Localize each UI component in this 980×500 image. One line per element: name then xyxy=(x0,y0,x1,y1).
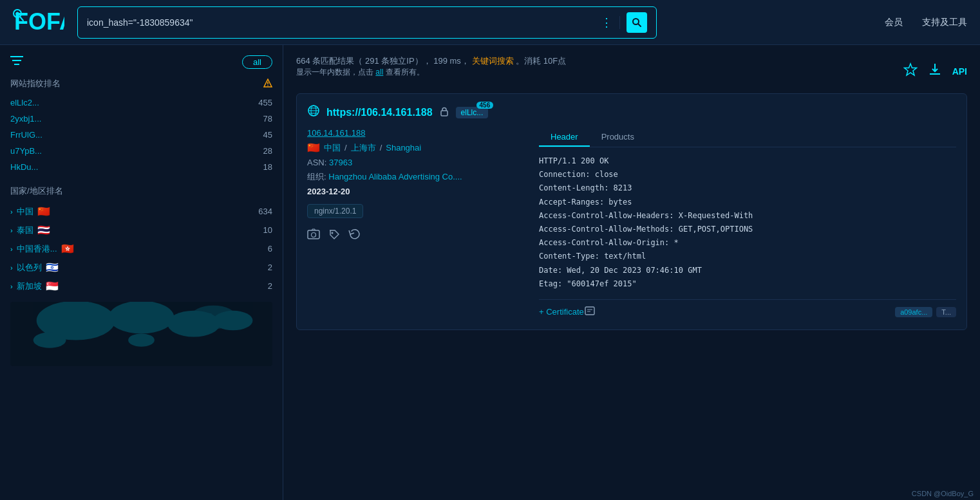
country-item[interactable]: › 中国 🇨🇳 634 xyxy=(10,202,272,221)
fingerprint-filter-icon[interactable] xyxy=(263,79,272,89)
chevron-icon: › xyxy=(10,245,13,253)
fingerprint-item[interactable]: HkDu...18 xyxy=(10,159,272,175)
time-ms: 199 xyxy=(433,56,448,66)
nginx-tag: nginx/1.20.1 xyxy=(307,204,363,218)
tag-label: elLlc... xyxy=(461,108,484,117)
fingerprint-item-count: 78 xyxy=(263,114,272,124)
fingerprint-item[interactable]: 2yxbj1...78 xyxy=(10,111,272,127)
fingerprint-title-label: 网站指纹排名 xyxy=(10,78,61,89)
all-filter-button[interactable]: all xyxy=(242,55,272,69)
cert-tag-1[interactable]: a09afc... xyxy=(895,307,932,317)
header-line: Etag: "600147ef 2015" xyxy=(539,278,956,290)
fingerprint-item-label: 2yxbj1... xyxy=(10,114,41,124)
search-button[interactable] xyxy=(627,12,647,33)
header-content: HTTP/1.1 200 OKConnection: closeContent-… xyxy=(539,155,956,292)
cost: 10F点 xyxy=(543,56,566,66)
nav-support[interactable]: 支持及工具 xyxy=(922,17,967,28)
svg-rect-34 xyxy=(585,307,594,315)
country-item[interactable]: › 新加坡 🇸🇬 2 xyxy=(10,277,272,295)
filter-header: all xyxy=(10,55,272,69)
api-label[interactable]: API xyxy=(952,66,967,77)
country-item[interactable]: › 中国香港... 🇭🇰 6 xyxy=(10,239,272,258)
country-count: 634 xyxy=(258,207,272,216)
header-line: Content-Length: 8213 xyxy=(539,182,956,194)
header-line: Access-Control-Allow-Headers: X-Requeste… xyxy=(539,210,956,222)
cert-tags: a09afc... T... xyxy=(895,307,956,317)
svg-point-20 xyxy=(218,318,220,320)
badge-count: 456 xyxy=(476,102,494,109)
org-label: 组织: xyxy=(307,172,326,181)
cert-icon[interactable] xyxy=(584,305,596,319)
header-line: Date: Wed, 20 Dec 2023 07:46:10 GMT xyxy=(539,264,956,277)
tag-badge[interactable]: elLlc... 456 xyxy=(456,107,489,118)
star-icon[interactable] xyxy=(903,62,918,80)
org-link[interactable]: Hangzhou Alibaba Advertising Co.... xyxy=(328,172,462,181)
country-flag: 🇮🇱 xyxy=(46,261,59,273)
country-count: 6 xyxy=(268,244,272,254)
tab-header[interactable]: Header xyxy=(539,128,590,147)
card-icons-row xyxy=(307,228,526,243)
svg-line-5 xyxy=(638,24,641,26)
cert-link[interactable]: + Certificate xyxy=(539,307,584,317)
svg-point-11 xyxy=(267,85,269,86)
fingerprint-item[interactable]: FrrUlG...45 xyxy=(10,127,272,143)
ip-link[interactable]: 106.14.161.188 xyxy=(307,128,526,138)
header-line: Connection: close xyxy=(539,169,956,181)
search-bar: ⋮ xyxy=(77,6,657,39)
chevron-icon: › xyxy=(10,264,13,272)
search-input[interactable] xyxy=(87,17,601,28)
svg-point-13 xyxy=(109,302,174,333)
sidebar: all 网站指纹排名 elLlc2...4552yxbj1...78FrrUlG… xyxy=(0,45,283,500)
server-tag: nginx/1.20.1 xyxy=(307,200,526,223)
country-name: 中国香港... xyxy=(17,243,57,255)
refresh-icon[interactable] xyxy=(348,228,361,243)
date-row: 2023-12-20 xyxy=(307,187,526,196)
chevron-icon: › xyxy=(10,208,13,216)
card-url[interactable]: https://106.14.161.188 xyxy=(326,107,433,118)
fingerprint-item-label: u7YpB... xyxy=(10,146,42,156)
more-options-icon[interactable]: ⋮ xyxy=(601,15,613,30)
svg-point-19 xyxy=(208,313,212,317)
asn-label: ASN: xyxy=(307,158,326,167)
header-nav: 会员 支持及工具 xyxy=(885,17,967,28)
city-link[interactable]: 上海市 xyxy=(351,142,376,154)
country-link[interactable]: 中国 xyxy=(324,142,341,154)
card-header: https://106.14.161.188 elLlc... 456 xyxy=(307,104,956,120)
country-flag: 🇨🇳 xyxy=(37,205,50,218)
country-item[interactable]: › 以色列 🇮🇱 2 xyxy=(10,258,272,277)
fingerprint-item[interactable]: u7YpB...28 xyxy=(10,143,272,159)
tag-icon[interactable] xyxy=(328,228,341,243)
fingerprint-item-count: 18 xyxy=(263,162,272,172)
main-container: all 网站指纹排名 elLlc2...4552yxbj1...78FrrUlG… xyxy=(0,45,980,500)
download-icon[interactable] xyxy=(928,62,942,80)
asn-row: ASN: 37963 xyxy=(307,158,526,167)
tabs-row: Header Products xyxy=(539,128,956,147)
country-flag: 🇭🇰 xyxy=(61,243,74,255)
globe-icon xyxy=(307,104,320,120)
logo: FOFA xyxy=(13,5,64,39)
header-line: Access-Control-Allow-Methods: GET,POST,O… xyxy=(539,223,956,236)
nav-member[interactable]: 会员 xyxy=(885,17,903,28)
tab-products[interactable]: Products xyxy=(590,128,646,147)
fingerprint-section-title: 网站指纹排名 xyxy=(10,78,272,89)
country-list: › 中国 🇨🇳 634 › 泰国 🇹🇭 10 › 中国香港... 🇭🇰 6 › xyxy=(10,202,272,295)
header-line: Content-Type: text/html xyxy=(539,250,956,263)
all-link[interactable]: all xyxy=(375,68,383,77)
results-actions: API xyxy=(903,62,967,80)
cert-row: + Certificate a09afc... xyxy=(539,299,956,319)
card-left: 106.14.161.188 🇨🇳 中国 / 上海市 / Shanghai AS… xyxy=(307,128,526,319)
card-body: 106.14.161.188 🇨🇳 中国 / 上海市 / Shanghai AS… xyxy=(307,128,956,319)
svg-point-18 xyxy=(191,305,236,329)
country-flag: 🇸🇬 xyxy=(46,280,59,292)
org-row: 组织: Hangzhou Alibaba Advertising Co.... xyxy=(307,171,526,183)
country-count: 2 xyxy=(268,281,272,291)
fingerprint-item[interactable]: elLlc2...455 xyxy=(10,95,272,111)
region-link[interactable]: Shanghai xyxy=(386,143,421,153)
keyword-search-link[interactable]: 关键词搜索 xyxy=(472,56,514,66)
screenshot-icon[interactable] xyxy=(307,228,320,243)
content: 664 条匹配结果（ 291 条独立IP）， 199 ms， 关键词搜索 。消耗… xyxy=(283,45,980,500)
asn-link[interactable]: 37963 xyxy=(329,158,352,167)
country-item[interactable]: › 泰国 🇹🇭 10 xyxy=(10,221,272,239)
fingerprint-item-count: 28 xyxy=(263,146,272,156)
filter-icon[interactable] xyxy=(10,55,23,69)
